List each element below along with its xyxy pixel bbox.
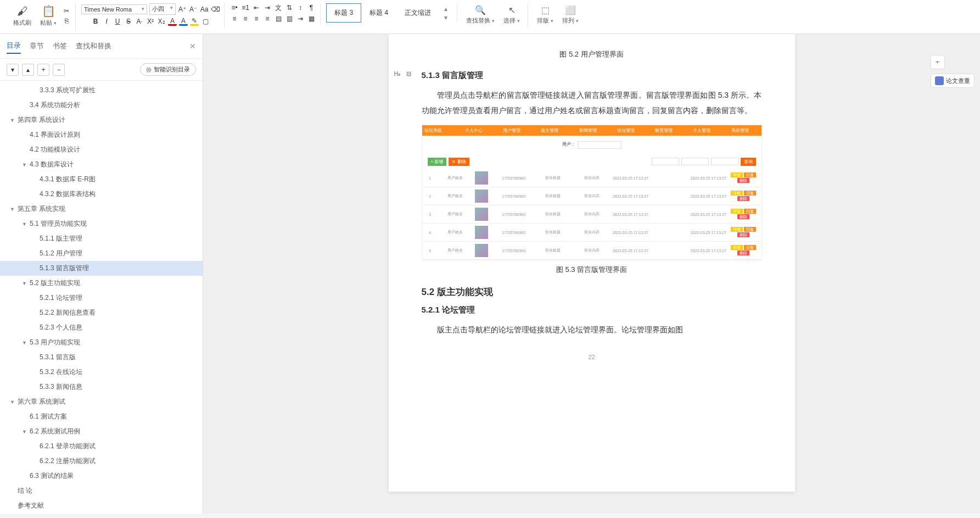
toc-item[interactable]: 5.3.1 留言版: [0, 350, 203, 365]
toc-item[interactable]: 6.1 测试方案: [0, 409, 203, 424]
toc-item-label: 6.1 测试方案: [30, 412, 67, 421]
heading-collapse-icon[interactable]: ⊟: [406, 70, 411, 77]
toc-item[interactable]: 致 谢: [0, 513, 203, 514]
find-replace-button[interactable]: 🔍 查找替换 ▾: [463, 3, 498, 26]
text-effect-button[interactable]: A: [179, 17, 188, 26]
select-button[interactable]: ↖ 选择 ▾: [500, 3, 523, 26]
toc-item[interactable]: ▼4.3 数据库设计: [0, 157, 203, 172]
toc-expand-button[interactable]: ▾: [7, 64, 19, 76]
copy-button[interactable]: ⎘: [62, 16, 71, 25]
change-case-button[interactable]: Aa: [200, 5, 209, 14]
font-color-button[interactable]: A: [168, 17, 177, 26]
chevron-down-icon: ▼: [22, 429, 30, 435]
subscript-button[interactable]: X₂: [157, 17, 166, 26]
tab-find[interactable]: 查找和替换: [76, 39, 111, 53]
toc-recognize-button[interactable]: ◎ 智能识别目录: [140, 63, 196, 76]
align-left-button[interactable]: ≡: [230, 14, 239, 23]
show-marks-button[interactable]: ¶: [307, 3, 316, 12]
shading-button[interactable]: ▦: [307, 14, 316, 23]
increase-indent-button[interactable]: ⇥: [263, 3, 272, 12]
document-area[interactable]: 图 5.2 用户管理界面 H₃ ⊟ 5.1.3 留言版管理 管理员点击导航栏的留…: [203, 34, 980, 514]
toc-item[interactable]: ▼5.3 用户功能实现: [0, 335, 203, 350]
italic-button[interactable]: I: [102, 17, 111, 26]
toc-item[interactable]: 3.3.3 系统可扩展性: [0, 83, 203, 98]
emphasis-button[interactable]: A·: [135, 17, 144, 26]
toc-item[interactable]: 6.2.2 注册功能测试: [0, 454, 203, 469]
toc-item[interactable]: 结 论: [0, 483, 203, 498]
decrease-font-button[interactable]: A⁻: [189, 5, 198, 14]
toc-item-label: 3.3.3 系统可扩展性: [40, 86, 96, 95]
strikethrough-button[interactable]: S: [124, 17, 133, 26]
tab-chapter[interactable]: 章节: [30, 39, 44, 53]
paper-check-button[interactable]: 论文查重: [931, 74, 975, 88]
underline-button[interactable]: U: [113, 17, 122, 26]
toc-item-label: 5.1.3 留言版管理: [40, 264, 89, 273]
paste-button[interactable]: 📋 粘贴 ▾: [37, 3, 60, 28]
highlight-button[interactable]: ✎: [190, 17, 199, 26]
toc-add-button[interactable]: +: [37, 64, 49, 76]
style-heading4[interactable]: 标题 4: [361, 3, 396, 23]
toc-item[interactable]: ▼第六章 系统测试: [0, 394, 203, 409]
toc-item[interactable]: 4.3.1 数据库 E-R图: [0, 172, 203, 187]
superscript-button[interactable]: X²: [146, 17, 155, 26]
columns-button[interactable]: ▥: [285, 14, 294, 23]
style-body-indent[interactable]: 正文缩进: [396, 3, 439, 23]
toc-item[interactable]: 6.2.1 登录功能测试: [0, 439, 203, 454]
bullet-list-button[interactable]: ≡•: [230, 3, 239, 12]
toc-item[interactable]: 3.4 系统功能分析: [0, 98, 203, 113]
align-icon: ⬜: [565, 4, 576, 15]
toc-item[interactable]: 5.2.1 论坛管理: [0, 291, 203, 305]
sidebar-close-button[interactable]: ✕: [189, 42, 196, 51]
font-size-select[interactable]: 小四▾: [149, 3, 176, 15]
paragraph-521: 版主点击导航栏的论坛管理链接就进入论坛管理界面。论坛管理界面如图: [422, 322, 762, 337]
align-justify-button[interactable]: ≡: [263, 14, 272, 23]
toc-item-label: 5.1.1 版主管理: [40, 234, 82, 243]
toc-item[interactable]: 5.3.3 新闻信息: [0, 380, 203, 394]
sort-button[interactable]: ↕: [296, 3, 305, 12]
toc-item[interactable]: ▼第五章 系统实现: [0, 202, 203, 216]
tab-bookmark[interactable]: 书签: [53, 39, 67, 53]
bold-button[interactable]: B: [91, 17, 100, 26]
align-button[interactable]: ⬜ 排列 ▾: [559, 3, 582, 26]
style-next-button[interactable]: ▾: [441, 13, 450, 22]
toc-item[interactable]: 5.2.2 新闻信息查看: [0, 305, 203, 320]
style-heading3[interactable]: 标题 3: [326, 3, 361, 23]
toc-item[interactable]: 4.1 界面设计原则: [0, 127, 203, 142]
line-spacing-button[interactable]: ⇅: [285, 3, 294, 12]
toc-item[interactable]: 5.1.2 用户管理: [0, 246, 203, 261]
toc-item[interactable]: ▼第四章 系统设计: [0, 113, 203, 127]
style-prev-button[interactable]: ▴: [441, 4, 450, 13]
toc-item[interactable]: ▼5.2 版主功能实现: [0, 276, 203, 291]
toc-item[interactable]: ▼6.2 系统测试用例: [0, 424, 203, 439]
toc-item-label: 6.2.1 登录功能测试: [40, 442, 96, 451]
border-button[interactable]: ▢: [201, 17, 210, 26]
number-list-button[interactable]: ≡1: [241, 3, 250, 12]
clear-format-button[interactable]: ⌫: [211, 5, 220, 14]
tab-button[interactable]: ⇥: [296, 14, 305, 23]
toc-item[interactable]: ▼5.1 管理员功能实现: [0, 216, 203, 231]
toc-item-label: 第六章 系统测试: [18, 397, 65, 406]
collapse-panel-button[interactable]: ⫟: [931, 55, 945, 69]
format-painter-button[interactable]: 🖌 格式刷: [10, 3, 35, 28]
page-number: 22: [422, 354, 762, 360]
toc-item[interactable]: 5.2.3 个人信息: [0, 320, 203, 335]
cut-button[interactable]: ✂: [62, 7, 71, 15]
toc-collapse-button[interactable]: ▴: [22, 64, 34, 76]
toc-item[interactable]: 4.3.2 数据库表结构: [0, 187, 203, 202]
tab-toc[interactable]: 目录: [7, 38, 21, 54]
font-name-select[interactable]: Times New Roma▾: [81, 4, 147, 14]
arrange-button[interactable]: ⬚ 排版 ▾: [534, 3, 557, 26]
toc-remove-button[interactable]: −: [53, 64, 65, 76]
toc-item[interactable]: 5.1.3 留言版管理: [0, 261, 203, 276]
toc-item[interactable]: 6.3 测试的结果: [0, 469, 203, 483]
toc-item[interactable]: 5.3.2 在线论坛: [0, 365, 203, 380]
align-right-button[interactable]: ≡: [252, 14, 261, 23]
toc-item[interactable]: 5.1.1 版主管理: [0, 231, 203, 246]
text-direction-button[interactable]: 文: [274, 3, 283, 12]
align-center-button[interactable]: ≡: [241, 14, 250, 23]
increase-font-button[interactable]: A⁺: [178, 5, 187, 14]
decrease-indent-button[interactable]: ⇤: [252, 3, 261, 12]
distribute-button[interactable]: ▤: [274, 14, 283, 23]
toc-item[interactable]: 4.2 功能模块设计: [0, 142, 203, 157]
toc-item[interactable]: 参考文献: [0, 498, 203, 513]
